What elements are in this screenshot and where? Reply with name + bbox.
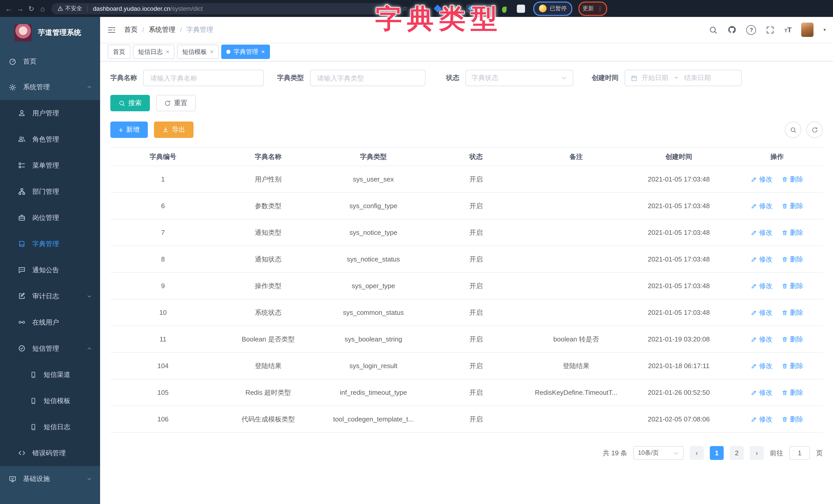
refresh-table-button[interactable] bbox=[806, 122, 823, 138]
status-text: 开启 bbox=[426, 246, 526, 273]
app-logo-row[interactable]: 芋道管理系统 bbox=[0, 17, 100, 49]
sidebar-item-system-mgmt[interactable]: 系统管理 bbox=[0, 74, 100, 100]
edit-link[interactable]: 修改 bbox=[751, 361, 772, 371]
fullscreen-icon[interactable] bbox=[766, 25, 775, 34]
sidebar-item-infrastructure[interactable]: 基础设施 bbox=[0, 466, 100, 492]
sidebar-item-menu-mgmt[interactable]: 菜单管理 bbox=[0, 152, 100, 178]
reset-button[interactable]: 重置 bbox=[156, 95, 195, 111]
dict-type-link[interactable]: sys_notice_type bbox=[321, 219, 426, 246]
row-id: 11 bbox=[110, 326, 216, 352]
browser-back-icon[interactable]: ← bbox=[3, 4, 15, 12]
breadcrumb-system[interactable]: 系统管理 bbox=[149, 25, 175, 34]
dict-type-link[interactable]: sys_notice_status bbox=[321, 246, 426, 273]
delete-link[interactable]: 删除 bbox=[782, 334, 803, 344]
status-select[interactable]: 字典状态 bbox=[466, 70, 573, 86]
help-icon[interactable]: ? bbox=[746, 25, 756, 34]
page-size-select[interactable]: 10条/页 bbox=[633, 446, 684, 460]
dict-type-link[interactable]: sys_boolean_string bbox=[321, 326, 426, 352]
delete-link[interactable]: 删除 bbox=[782, 414, 803, 424]
row-id: 1 bbox=[110, 166, 216, 193]
edit-link[interactable]: 修改 bbox=[751, 175, 772, 184]
sidebar-collapse-icon[interactable] bbox=[107, 25, 116, 34]
edit-link[interactable]: 修改 bbox=[751, 255, 772, 264]
page-button-2[interactable]: 2 bbox=[730, 446, 744, 460]
close-icon[interactable]: × bbox=[166, 48, 169, 55]
sidebar-item-user-mgmt[interactable]: 用户管理 bbox=[0, 100, 100, 126]
delete-link[interactable]: 删除 bbox=[782, 361, 803, 371]
edit-link[interactable]: 修改 bbox=[751, 414, 772, 424]
sidebar-item-error-code-mgmt[interactable]: 错误码管理 bbox=[0, 440, 100, 466]
extensions-puzzle-icon[interactable] bbox=[517, 4, 525, 12]
user-avatar[interactable] bbox=[802, 23, 814, 37]
dict-name-input[interactable] bbox=[143, 70, 264, 86]
tab-sms-log[interactable]: 短信日志× bbox=[133, 45, 174, 59]
address-bar[interactable]: 不安全 dashboard.yudao.iocoder.cn/system/di… bbox=[51, 3, 392, 14]
sidebar-item-dict-mgmt[interactable]: 字典管理 bbox=[0, 231, 100, 257]
show-search-button[interactable] bbox=[785, 122, 801, 138]
goto-page-input[interactable] bbox=[789, 446, 810, 460]
breadcrumb-home[interactable]: 首页 bbox=[124, 25, 138, 34]
delete-link[interactable]: 删除 bbox=[782, 388, 803, 397]
add-button[interactable]: + 新增 bbox=[110, 122, 148, 138]
tab-home[interactable]: 首页 bbox=[108, 45, 130, 59]
active-dot bbox=[227, 50, 231, 54]
browser-forward-icon[interactable]: → bbox=[15, 4, 26, 12]
edit-link[interactable]: 修改 bbox=[751, 388, 772, 397]
dict-type-link[interactable]: sys_login_result bbox=[321, 352, 426, 379]
edit-link[interactable]: 修改 bbox=[751, 334, 772, 344]
profile-paused-badge[interactable]: 已暂停 bbox=[533, 1, 572, 16]
github-icon[interactable] bbox=[728, 25, 737, 34]
dict-type-link[interactable]: tool_codegen_template_t... bbox=[321, 406, 426, 432]
sidebar-item-home[interactable]: 首页 bbox=[0, 49, 100, 74]
dict-type-link[interactable]: sys_config_type bbox=[321, 193, 426, 219]
sidebar-item-dept-mgmt[interactable]: 部门管理 bbox=[0, 178, 100, 205]
page-button-1[interactable]: 1 bbox=[710, 446, 724, 460]
browser-update-badge[interactable]: 更新 ⋮ bbox=[578, 1, 607, 16]
export-button[interactable]: 导出 bbox=[154, 122, 193, 138]
not-secure-warning[interactable]: 不安全 bbox=[57, 5, 82, 12]
date-range-picker[interactable]: 开始日期 ~ 结束日期 bbox=[625, 70, 742, 86]
dict-type-link[interactable]: sys_common_status bbox=[321, 299, 426, 326]
close-icon[interactable]: × bbox=[261, 48, 265, 55]
dict-type-input[interactable] bbox=[310, 70, 426, 86]
edit-link[interactable]: 修改 bbox=[751, 201, 772, 210]
delete-link[interactable]: 删除 bbox=[782, 175, 803, 184]
edit-link[interactable]: 修改 bbox=[751, 308, 772, 317]
sidebar-item-sms-mgmt[interactable]: 短信管理 bbox=[0, 335, 100, 361]
sidebar-item-sms-channel[interactable]: 短信渠道 bbox=[0, 361, 100, 387]
delete-link[interactable]: 删除 bbox=[782, 308, 803, 317]
sidebar-item-audit-log[interactable]: 审计日志 bbox=[0, 283, 100, 309]
sidebar-item-online-users[interactable]: 在线用户 bbox=[0, 309, 100, 335]
search-icon[interactable] bbox=[709, 25, 718, 34]
edit-link[interactable]: 修改 bbox=[751, 228, 772, 237]
tab-sms-template[interactable]: 短信模板× bbox=[177, 45, 219, 59]
delete-link[interactable]: 删除 bbox=[782, 255, 803, 264]
dict-type-field[interactable] bbox=[316, 74, 419, 82]
message-icon bbox=[18, 266, 26, 274]
delete-link[interactable]: 删除 bbox=[782, 228, 803, 237]
sidebar-item-sms-log[interactable]: 短信日志 bbox=[0, 414, 100, 440]
browser-home-icon[interactable]: ⌂ bbox=[37, 4, 48, 12]
dict-name-field[interactable] bbox=[149, 74, 258, 82]
font-size-icon[interactable]: TT bbox=[785, 26, 792, 34]
sidebar-item-role-mgmt[interactable]: 角色管理 bbox=[0, 126, 100, 152]
sidebar-item-sms-template[interactable]: 短信模板 bbox=[0, 387, 100, 414]
dict-type-link[interactable]: sys_user_sex bbox=[321, 166, 426, 193]
browser-reload-icon[interactable]: ↻ bbox=[26, 4, 37, 12]
sidebar-item-post-mgmt[interactable]: 岗位管理 bbox=[0, 205, 100, 231]
dict-type-link[interactable]: sys_oper_type bbox=[321, 273, 426, 299]
dict-type-link[interactable]: inf_redis_timeout_type bbox=[321, 379, 426, 406]
search-button[interactable]: 搜索 bbox=[110, 95, 150, 111]
table-tools bbox=[785, 122, 823, 138]
sidebar-item-notice[interactable]: 通知公告 bbox=[0, 257, 100, 283]
close-icon[interactable]: × bbox=[210, 48, 214, 55]
next-page-button[interactable]: › bbox=[750, 446, 764, 460]
browser-menu-icon[interactable]: ⋮ bbox=[597, 5, 603, 12]
delete-link[interactable]: 删除 bbox=[782, 201, 803, 210]
user-menu-caret-icon[interactable]: ▾ bbox=[824, 27, 826, 32]
create-time-label: 创建时间 bbox=[592, 73, 618, 82]
edit-link[interactable]: 修改 bbox=[751, 281, 772, 291]
delete-link[interactable]: 删除 bbox=[782, 281, 803, 291]
tab-dict-mgmt[interactable]: 字典管理× bbox=[221, 45, 270, 59]
prev-page-button[interactable]: ‹ bbox=[690, 446, 704, 460]
